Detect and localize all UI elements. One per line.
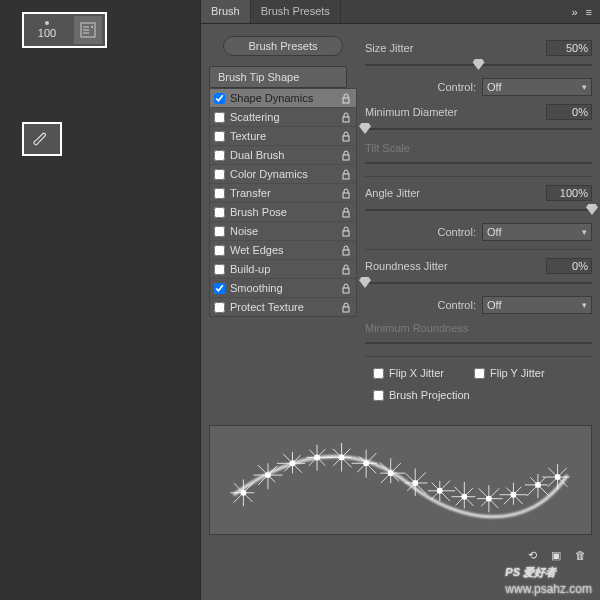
size-jitter-control-select[interactable]: Off▾ <box>482 78 592 96</box>
menu-icon[interactable]: ≡ <box>586 6 592 18</box>
option-shape-dynamics[interactable]: Shape Dynamics <box>210 89 356 108</box>
svg-rect-11 <box>343 269 349 274</box>
angle-jitter-value[interactable]: 100% <box>546 185 592 201</box>
brush-panel: Brush Brush Presets » ≡ Brush Presets Br… <box>200 0 600 600</box>
svg-point-58 <box>339 454 345 460</box>
svg-rect-8 <box>343 212 349 217</box>
option-protect-texture[interactable]: Protect Texture <box>210 298 356 316</box>
brush-tip-shape-button[interactable]: Brush Tip Shape <box>209 66 347 88</box>
option-scattering[interactable]: Scattering <box>210 108 356 127</box>
svg-point-1 <box>91 26 93 28</box>
brush-projection-checkbox[interactable]: Brush Projection <box>373 389 470 401</box>
roundness-jitter-slider[interactable] <box>365 276 592 290</box>
brush-panel-toggle[interactable] <box>74 16 102 44</box>
option-texture[interactable]: Texture <box>210 127 356 146</box>
option-brush-pose[interactable]: Brush Pose <box>210 203 356 222</box>
brush-options-list: Shape DynamicsScatteringTextureDual Brus… <box>209 88 357 317</box>
angle-jitter-slider[interactable] <box>365 203 592 217</box>
lock-icon[interactable] <box>340 225 352 237</box>
panel-tabs: Brush Brush Presets » ≡ <box>201 0 600 24</box>
brush-size-selector[interactable]: 100 <box>22 12 107 48</box>
lock-icon[interactable] <box>340 92 352 104</box>
lock-icon[interactable] <box>340 244 352 256</box>
size-jitter-value[interactable]: 50% <box>546 40 592 56</box>
lock-icon[interactable] <box>340 130 352 142</box>
roundness-jitter-value[interactable]: 0% <box>546 258 592 274</box>
svg-point-121 <box>510 492 516 498</box>
svg-point-67 <box>363 460 369 466</box>
brush-presets-button[interactable]: Brush Presets <box>223 36 343 56</box>
roundness-jitter-label: Roundness Jitter <box>365 260 546 272</box>
svg-point-22 <box>240 490 246 496</box>
option-color-dynamics[interactable]: Color Dynamics <box>210 165 356 184</box>
svg-point-49 <box>314 454 320 460</box>
size-jitter-label: Size Jitter <box>365 42 546 54</box>
svg-point-112 <box>486 496 492 502</box>
option-build-up[interactable]: Build-up <box>210 260 356 279</box>
tab-brush-presets[interactable]: Brush Presets <box>251 0 341 23</box>
option-wet-edges[interactable]: Wet Edges <box>210 241 356 260</box>
svg-rect-10 <box>343 250 349 255</box>
watermark: PS 爱好者 www.psahz.com <box>505 554 592 596</box>
option-noise[interactable]: Noise <box>210 222 356 241</box>
min-diameter-slider[interactable] <box>365 122 592 136</box>
svg-point-103 <box>461 494 467 500</box>
option-transfer[interactable]: Transfer <box>210 184 356 203</box>
lock-icon[interactable] <box>340 206 352 218</box>
brush-size-value: 100 <box>38 27 56 39</box>
svg-rect-13 <box>343 307 349 312</box>
svg-point-31 <box>265 472 271 478</box>
svg-point-139 <box>555 474 561 480</box>
svg-rect-4 <box>343 136 349 141</box>
min-roundness-label: Minimum Roundness <box>365 322 592 334</box>
lock-icon[interactable] <box>340 282 352 294</box>
angle-jitter-control-select[interactable]: Off▾ <box>482 223 592 241</box>
tab-brush[interactable]: Brush <box>201 0 251 23</box>
svg-point-85 <box>412 480 418 486</box>
collapse-icon[interactable]: » <box>571 6 577 18</box>
svg-point-94 <box>437 488 443 494</box>
min-roundness-slider <box>365 336 592 350</box>
lock-icon[interactable] <box>340 111 352 123</box>
svg-point-76 <box>388 470 394 476</box>
svg-rect-6 <box>343 174 349 179</box>
angle-jitter-label: Angle Jitter <box>365 187 546 199</box>
roundness-jitter-control-select[interactable]: Off▾ <box>482 296 592 314</box>
svg-point-40 <box>290 460 296 466</box>
flip-y-jitter-checkbox[interactable]: Flip Y Jitter <box>474 367 545 379</box>
brush-preview: 100 <box>27 16 67 44</box>
min-diameter-value[interactable]: 0% <box>546 104 592 120</box>
min-diameter-label: Minimum Diameter <box>365 106 546 118</box>
svg-rect-3 <box>343 117 349 122</box>
lock-icon[interactable] <box>340 168 352 180</box>
option-dual-brush[interactable]: Dual Brush <box>210 146 356 165</box>
svg-rect-2 <box>343 98 349 103</box>
flip-x-jitter-checkbox[interactable]: Flip X Jitter <box>373 367 444 379</box>
svg-rect-12 <box>343 288 349 293</box>
svg-rect-9 <box>343 231 349 236</box>
brush-tool[interactable] <box>22 122 62 156</box>
size-jitter-slider[interactable] <box>365 58 592 72</box>
tilt-scale-label: Tilt Scale <box>365 142 592 154</box>
lock-icon[interactable] <box>340 149 352 161</box>
lock-icon[interactable] <box>340 187 352 199</box>
option-smoothing[interactable]: Smoothing <box>210 279 356 298</box>
control-label: Control: <box>437 81 476 93</box>
svg-rect-5 <box>343 155 349 160</box>
svg-point-130 <box>535 482 541 488</box>
tilt-scale-slider <box>365 156 592 170</box>
lock-icon[interactable] <box>340 301 352 313</box>
svg-rect-7 <box>343 193 349 198</box>
brush-stroke-preview <box>209 425 592 535</box>
lock-icon[interactable] <box>340 263 352 275</box>
